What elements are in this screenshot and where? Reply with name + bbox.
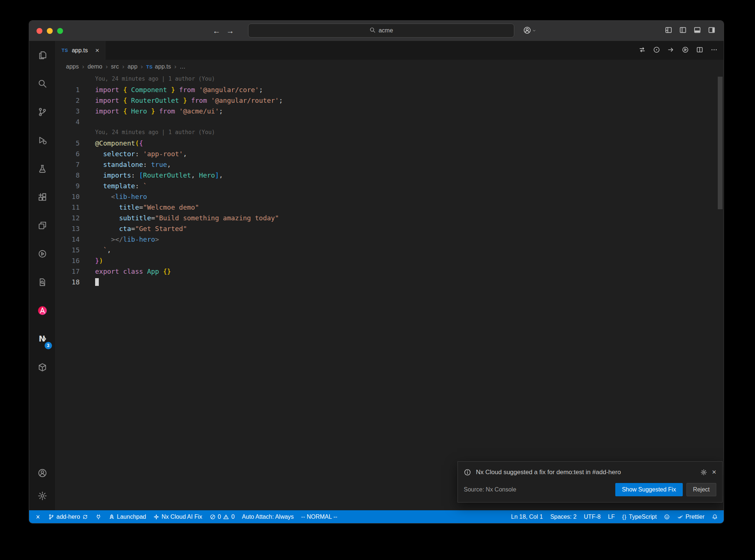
code-line[interactable]: 2import { RouterOutlet } from '@angular/… [56,95,724,106]
close-notification-icon[interactable]: × [712,468,716,476]
status-branch[interactable]: add-hero [45,510,92,523]
status-plug[interactable] [92,510,105,523]
run-button[interactable] [682,46,689,55]
account-button[interactable] [523,21,536,41]
editor-actions [639,41,718,60]
forward-button[interactable]: → [226,27,234,35]
breadcrumb-item[interactable]: app [128,63,138,70]
activity-item-run-targets[interactable] [29,239,56,268]
code-line[interactable]: 14 ></lib-hero> [56,234,724,245]
activity-item-file-search[interactable] [29,268,56,296]
code-line[interactable]: 8 imports: [RouterOutlet, Hero], [56,170,724,181]
reject-button[interactable]: Reject [686,483,716,496]
git-branch-icon [38,107,47,117]
split-editor-button[interactable] [696,46,703,55]
activity-item-source-control[interactable] [29,98,56,126]
status-language-mode[interactable]: {}TypeScript [619,510,661,523]
status-bar: add-heroLaunchpadNx Cloud AI Fix00Auto A… [29,510,724,523]
account-icon [38,468,47,478]
code-line[interactable]: 6 selector: 'app-root', [56,148,724,159]
toggle-secondary-sidebar-button[interactable] [708,26,716,35]
minimize-window-button[interactable] [47,28,53,34]
code-line[interactable]: 7 standalone: true, [56,159,724,170]
code-line[interactable]: 13 cta="Get Started" [56,223,724,234]
activity-item-layers[interactable] [29,211,56,239]
toggle-panel-button[interactable] [693,26,701,35]
activity-item-extensions[interactable] [29,183,56,211]
command-center-search[interactable]: acme [248,24,514,38]
line-content: subtitle="Build something amazing today" [80,213,279,223]
code-line[interactable]: 15 `, [56,245,724,255]
activity-item-search[interactable] [29,69,56,98]
activity-item-testing[interactable] [29,154,56,183]
open-changes-button[interactable] [639,46,646,55]
activity-item-explorer[interactable] [29,41,56,69]
editor-column: TS app.ts × apps›demo›src›app›TSapp.ts›…… [56,41,724,510]
breadcrumb-item[interactable]: demo [87,63,102,70]
status-eol[interactable]: LF [604,510,619,523]
status-problems[interactable]: 00 [206,510,239,523]
status-vim-mode[interactable]: -- NORMAL -- [298,510,341,523]
status-cursor-position[interactable]: Ln 18, Col 1 [507,510,546,523]
line-number [56,127,80,138]
blame-annotation[interactable]: You, 24 minutes ago | 1 author (You) [56,127,724,138]
breadcrumb-item[interactable]: TSapp.ts [146,63,171,70]
blame-annotation[interactable]: You, 24 minutes ago | 1 author (You) [56,74,724,84]
zoom-window-button[interactable] [57,28,63,34]
layout-grid-icon [665,26,672,34]
status-label: UTF-8 [584,514,601,520]
tab-label: app.ts [72,47,88,54]
vertical-scrollbar[interactable] [718,77,723,209]
code-line[interactable]: 10 <lib-hero [56,191,724,202]
status-prettier[interactable]: Prettier [674,510,708,523]
line-number: 15 [56,245,80,255]
status-remote-indicator[interactable] [31,510,45,523]
code-line[interactable]: 12 subtitle="Build something amazing tod… [56,213,724,223]
status-launchpad[interactable]: Launchpad [105,510,150,523]
activity-item-angular[interactable] [29,296,56,325]
status-encoding[interactable]: UTF-8 [580,510,604,523]
line-content: selector: 'app-root', [80,148,187,159]
code-line[interactable]: 11 title="Welcmoe demo" [56,202,724,213]
info-icon [464,469,471,476]
breadcrumb-separator: › [122,63,124,70]
code-line[interactable]: 9 template: ` [56,181,724,191]
status-notifications[interactable] [708,510,721,523]
notification-settings-icon[interactable] [700,469,707,476]
play-circle-icon [682,46,689,53]
run-file-button[interactable] [667,46,675,55]
status-indentation[interactable]: Spaces: 2 [547,510,580,523]
toggle-sidebar-button[interactable] [679,26,687,35]
code-editor[interactable]: You, 24 minutes ago | 1 author (You)1imp… [56,74,724,510]
breadcrumb-item[interactable]: src [111,63,119,70]
more-actions-button[interactable] [710,46,718,55]
tab-app-ts[interactable]: TS app.ts × [56,41,105,60]
code-line[interactable]: 16}) [56,255,724,266]
close-window-button[interactable] [36,28,42,34]
activity-item-settings[interactable] [29,484,56,507]
customize-layout-button[interactable] [665,26,672,35]
close-tab-icon[interactable]: × [95,46,99,55]
code-line[interactable]: 17export class App {} [56,266,724,277]
code-line[interactable]: 3import { Hero } from '@acme/ui'; [56,106,724,116]
status-feedback[interactable] [660,510,674,523]
line-content: import { RouterOutlet } from '@angular/r… [80,95,283,106]
activity-item-nx-console[interactable]: N3 [29,325,56,353]
activity-item-run-and-debug[interactable] [29,126,56,154]
back-button[interactable]: ← [213,27,220,35]
breadcrumb-item[interactable]: … [180,63,185,70]
show-suggested-fix-button[interactable]: Show Suggested Fix [615,483,683,496]
rocket-icon [109,514,115,520]
code-line[interactable]: 1import { Component } from '@angular/cor… [56,84,724,95]
file-search-icon [38,277,47,287]
status-nx-cloud-ai-fix[interactable]: Nx Cloud AI Fix [150,510,206,523]
activity-item-package-explorer[interactable] [29,353,56,381]
breadcrumb-item[interactable]: apps [66,63,79,70]
code-line[interactable]: 5@Component({ [56,138,724,148]
status-auto-attach[interactable]: Auto Attach: Always [238,510,298,523]
activity-item-accounts[interactable] [29,462,56,484]
compare-icon [639,46,646,53]
code-line[interactable]: 18 [56,277,724,287]
code-line[interactable]: 4 [56,116,724,127]
toggle-blame-button[interactable] [653,46,660,55]
